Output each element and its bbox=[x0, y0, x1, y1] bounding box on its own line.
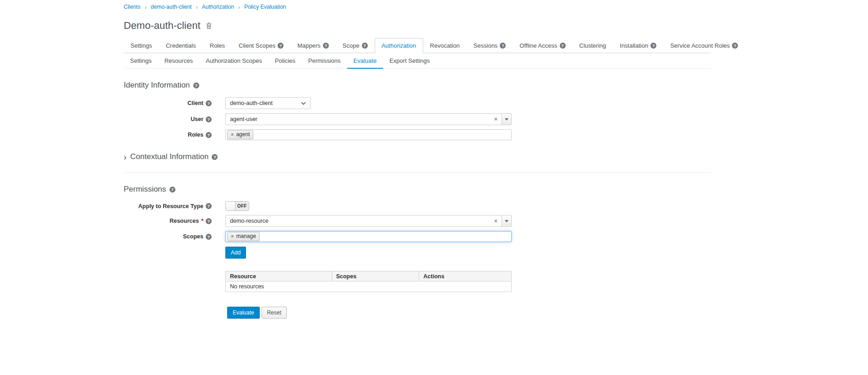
delete-client-icon[interactable] bbox=[205, 22, 213, 29]
page-title: Demo-auth-client bbox=[124, 20, 201, 32]
tab-label: Client Scopes bbox=[239, 42, 275, 49]
contextual-information-section-header[interactable]: › Contextual Information ? bbox=[124, 152, 711, 161]
tab-client-scopes[interactable]: Client Scopes? bbox=[232, 38, 290, 53]
resources-select-value: demo-resource bbox=[230, 218, 268, 224]
toggle-handle bbox=[226, 202, 235, 210]
breadcrumb-separator-icon: › bbox=[196, 4, 197, 10]
subtab-resources[interactable]: Resources bbox=[158, 53, 199, 69]
tab-label: Revocation bbox=[430, 42, 460, 49]
help-icon: ? bbox=[206, 100, 212, 106]
breadcrumb-separator-icon: › bbox=[145, 4, 147, 10]
breadcrumb-policy-evaluation[interactable]: Policy Evaluation bbox=[244, 4, 286, 10]
tab-label: Clustering bbox=[579, 42, 606, 49]
user-select-value: agent-user bbox=[230, 116, 257, 122]
tab-settings[interactable]: Settings bbox=[124, 38, 159, 53]
role-tag: × agent bbox=[227, 130, 253, 140]
help-icon: ? bbox=[212, 154, 218, 160]
subtab-authorization-scopes[interactable]: Authorization Scopes bbox=[199, 53, 268, 69]
resources-table-row: Resource Scopes Actions No resources bbox=[124, 263, 711, 292]
policy-evaluation-page: Clients › demo-auth-client › Authorizati… bbox=[124, 0, 711, 319]
subtab-policies[interactable]: Policies bbox=[268, 53, 302, 69]
empty-table-message: No resources bbox=[226, 281, 512, 292]
tab-label: Installation bbox=[620, 42, 648, 49]
angle-right-icon: › bbox=[124, 153, 126, 161]
tab-label: Authorization bbox=[382, 42, 416, 49]
help-icon: ? bbox=[206, 218, 212, 224]
help-icon: ? bbox=[206, 203, 212, 209]
help-icon: ? bbox=[362, 43, 368, 49]
tab-label: Service Account Roles bbox=[670, 42, 730, 49]
required-indicator: * bbox=[201, 218, 203, 224]
clear-selection-icon[interactable]: × bbox=[494, 116, 497, 122]
subtab-settings[interactable]: Settings bbox=[124, 53, 158, 69]
tab-installation[interactable]: Installation? bbox=[613, 38, 663, 53]
tag-label: manage bbox=[236, 233, 256, 240]
subtab-evaluate[interactable]: Evaluate bbox=[347, 53, 383, 69]
tab-roles[interactable]: Roles bbox=[203, 38, 232, 53]
tab-clustering[interactable]: Clustering bbox=[573, 38, 613, 53]
resources-select[interactable]: demo-resource × bbox=[225, 215, 512, 227]
tab-revocation[interactable]: Revocation bbox=[423, 38, 467, 53]
reset-button[interactable]: Reset bbox=[262, 307, 287, 319]
remove-tag-icon[interactable]: × bbox=[231, 234, 234, 239]
remove-tag-icon[interactable]: × bbox=[231, 132, 234, 137]
help-icon: ? bbox=[169, 187, 175, 193]
help-icon: ? bbox=[206, 234, 212, 240]
authorization-sub-tabs: Settings Resources Authorization Scopes … bbox=[124, 53, 711, 69]
roles-input[interactable]: × agent bbox=[225, 129, 512, 140]
breadcrumb-separator-icon: › bbox=[238, 4, 240, 10]
tab-offline-access[interactable]: Offline Access? bbox=[513, 38, 572, 53]
resources-select-dropdown-button[interactable] bbox=[502, 215, 512, 227]
help-icon: ? bbox=[650, 43, 656, 49]
scopes-input[interactable]: × manage bbox=[225, 231, 512, 242]
client-form-group: Client ? demo-auth-client bbox=[124, 97, 711, 109]
roles-form-group: Roles ? × agent bbox=[124, 129, 711, 140]
evaluate-button[interactable]: Evaluate bbox=[227, 307, 260, 319]
toggle-state-label: OFF bbox=[235, 202, 249, 210]
chevron-down-icon bbox=[301, 102, 306, 105]
section-title-text: Contextual Information bbox=[130, 152, 208, 161]
tab-service-account-roles[interactable]: Service Account Roles? bbox=[663, 38, 745, 53]
add-button[interactable]: Add bbox=[225, 247, 246, 259]
section-title-text: Permissions bbox=[124, 185, 166, 194]
caret-down-icon bbox=[505, 220, 508, 222]
tab-label: Settings bbox=[131, 42, 152, 49]
scope-tag: × manage bbox=[227, 232, 260, 242]
tab-mappers[interactable]: Mappers? bbox=[290, 38, 336, 53]
help-icon: ? bbox=[560, 43, 566, 49]
clear-selection-icon[interactable]: × bbox=[494, 218, 497, 224]
resource-column-header: Resource bbox=[226, 271, 332, 281]
tab-label: Mappers bbox=[297, 42, 321, 49]
apply-to-resource-type-form-group: Apply to Resource Type ? OFF bbox=[124, 201, 711, 211]
tab-authorization[interactable]: Authorization bbox=[375, 38, 423, 53]
apply-to-resource-type-toggle[interactable]: OFF bbox=[225, 201, 249, 211]
user-select[interactable]: agent-user × bbox=[225, 113, 512, 125]
tag-label: agent bbox=[236, 131, 250, 138]
tab-credentials[interactable]: Credentials bbox=[159, 38, 203, 53]
breadcrumb-clients[interactable]: Clients bbox=[124, 4, 141, 10]
help-icon: ? bbox=[206, 116, 212, 122]
tab-scope[interactable]: Scope? bbox=[336, 38, 375, 53]
permissions-section: Permissions ? Apply to Resource Type ? O… bbox=[124, 172, 711, 319]
breadcrumb: Clients › demo-auth-client › Authorizati… bbox=[124, 0, 711, 10]
client-select-value: demo-auth-client bbox=[230, 100, 273, 106]
client-label: Client bbox=[187, 100, 203, 106]
help-icon: ? bbox=[500, 43, 506, 49]
identity-information-section: Identity Information ? Client ? demo-aut… bbox=[124, 81, 711, 140]
user-select-dropdown-button[interactable] bbox=[502, 113, 512, 125]
tab-sessions[interactable]: Sessions? bbox=[467, 38, 513, 53]
help-icon: ? bbox=[323, 43, 329, 49]
user-label: User bbox=[191, 116, 203, 122]
client-select[interactable]: demo-auth-client bbox=[225, 97, 311, 109]
subtab-permissions[interactable]: Permissions bbox=[302, 53, 347, 69]
resources-label: Resources bbox=[169, 218, 199, 224]
tab-label: Offline Access bbox=[519, 42, 557, 49]
scopes-label: Scopes bbox=[183, 233, 203, 240]
breadcrumb-authorization[interactable]: Authorization bbox=[202, 4, 234, 10]
subtab-export-settings[interactable]: Export Settings bbox=[383, 53, 436, 69]
apply-to-resource-type-label: Apply to Resource Type bbox=[138, 203, 203, 210]
tab-label: Sessions bbox=[474, 42, 498, 49]
breadcrumb-client[interactable]: demo-auth-client bbox=[151, 4, 191, 10]
help-icon: ? bbox=[193, 83, 199, 88]
user-form-group: User ? agent-user × bbox=[124, 113, 711, 125]
